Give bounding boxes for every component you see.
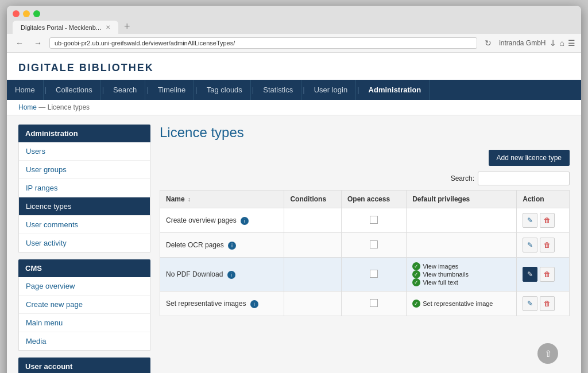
nav-statistics[interactable]: Statistics [255,80,301,100]
download-button[interactable]: ⇓ [550,38,556,48]
search-label: Search: [451,174,474,182]
sidebar-item-media[interactable]: Media [19,332,150,350]
action-buttons: ✎ 🗑 [523,267,563,282]
info-icon[interactable]: i [227,271,235,279]
nav-tagclouds[interactable]: Tag clouds [199,80,251,100]
nav-sep-1: | [45,86,47,94]
col-action: Action [517,191,570,208]
checkbox-openaccess[interactable] [370,299,378,307]
edit-button[interactable]: ✎ [523,267,537,282]
main-layout: Administration Users User groups IP rang… [7,115,581,373]
cell-openaccess [342,233,407,258]
checkbox-openaccess[interactable] [370,270,378,278]
browser-tab[interactable]: Digitales Portal - Mecklenb... ✕ [13,21,118,34]
breadcrumb-current: Licence types [48,103,90,111]
edit-button[interactable]: ✎ [523,238,537,252]
privilege-label: View images [423,263,458,270]
nav-sep-6: | [303,86,304,94]
table-row: Delete OCR pages i ✎ 🗑 [160,233,570,258]
delete-button[interactable]: 🗑 [540,296,555,311]
sidebar-cms-items: Page overview Create new page Main menu … [18,277,150,351]
address-input[interactable] [49,37,477,49]
data-table: Name ↕ Conditions Open access Default pr… [160,190,570,316]
check-circle-icon: ✓ [412,270,420,278]
back-button[interactable]: ← [13,37,26,49]
browser-tabs: Digitales Portal - Mecklenb... ✕ + [13,21,575,34]
edit-button[interactable]: ✎ [523,213,537,228]
add-new-licence-type-button[interactable]: Add new licence type [489,150,570,166]
nav-timeline[interactable]: Timeline [150,80,195,100]
site-logo: DIGITALE BIBLIOTHEK [18,62,570,80]
cell-name: No PDF Download i [160,258,284,292]
sidebar-item-ipranges[interactable]: IP ranges [19,179,150,197]
sidebar-item-usercomments[interactable]: User comments [19,216,150,234]
nav-administration[interactable]: Administration [361,80,430,100]
nav-sep-5: | [252,86,254,94]
sidebar-useraccount-header: User account [18,358,150,373]
nav-sep-4: | [195,86,197,94]
nav-sep-2: | [102,86,104,94]
info-icon[interactable]: i [228,242,236,250]
col-conditions: Conditions [284,191,342,208]
cell-conditions [284,208,342,233]
cell-openaccess [342,208,407,233]
nav-home[interactable]: Home [7,80,44,100]
checkbox-openaccess[interactable] [370,216,378,224]
sidebar-item-usergroups[interactable]: User groups [19,161,150,179]
privilege-label: View full text [423,279,458,286]
action-buttons: ✎ 🗑 [523,238,563,252]
cell-conditions [284,233,342,258]
browser-controls [13,10,575,17]
breadcrumb-home[interactable]: Home [18,103,37,111]
browser-titlebar: Digitales Portal - Mecklenb... ✕ + [7,6,581,34]
search-input[interactable] [478,172,570,185]
sidebar-cms-header: CMS [18,259,150,277]
info-icon[interactable]: i [250,300,258,308]
action-buttons: ✎ 🗑 [523,213,563,228]
checkbox-openaccess[interactable] [370,240,378,248]
sidebar-admin-items: Users User groups IP ranges Licence type… [18,142,150,252]
edit-button[interactable]: ✎ [523,296,537,311]
menu-button[interactable]: ☰ [568,38,575,48]
table-header-row: Name ↕ Conditions Open access Default pr… [160,191,570,208]
maximize-dot[interactable] [33,10,40,17]
tab-close-icon[interactable]: ✕ [106,24,110,30]
new-tab-button[interactable]: + [121,21,134,33]
sidebar-item-pageoverview[interactable]: Page overview [19,277,150,296]
table-row: No PDF Download i ✓ View images [160,258,570,292]
sidebar-item-useractivity[interactable]: User activity [19,234,150,252]
minimize-dot[interactable] [23,10,30,17]
sidebar-item-createnewpage[interactable]: Create new page [19,296,150,314]
sidebar-item-users[interactable]: Users [19,142,150,161]
home-nav-button[interactable]: ⌂ [560,38,564,48]
page-title: Licence types [160,125,570,141]
delete-button[interactable]: 🗑 [540,213,555,228]
reload-button[interactable]: ↻ [482,37,494,49]
back-to-top-button[interactable]: ⇧ [537,343,558,364]
privilege-item: ✓ View full text [412,278,510,286]
col-defaultprivileges: Default privileges [407,191,517,208]
browser-action-buttons: intranda GmbH ⇓ ⌂ ☰ [499,38,575,48]
cell-name: Set representative images i [160,292,284,316]
table-row: Create overview pages i ✎ [160,208,570,233]
tab-title: Digitales Portal - Mecklenb... [21,24,101,31]
sort-icon-name[interactable]: ↕ [188,196,191,203]
toolbar-row: Add new licence type [160,150,570,166]
sidebar-item-licencetypes[interactable]: Licence types [19,197,150,216]
delete-button[interactable]: 🗑 [540,267,555,282]
sidebar-admin-header: Administration [18,125,150,142]
sidebar-item-mainmenu[interactable]: Main menu [19,314,150,332]
forward-button[interactable]: → [31,37,45,49]
info-icon[interactable]: i [241,217,249,225]
cell-openaccess [342,292,407,316]
breadcrumb-separator: — [38,103,47,111]
nav-collections[interactable]: Collections [48,80,101,100]
cell-privileges: ✓ View images ✓ View thumbnails ✓ View f… [407,258,517,292]
check-circle-icon: ✓ [412,300,420,308]
nav-search[interactable]: Search [105,80,145,100]
close-dot[interactable] [13,10,20,17]
nav-userlogin[interactable]: User login [306,80,357,100]
page-content: DIGITALE BIBLIOTHEK Home | Collections |… [7,53,581,373]
delete-button[interactable]: 🗑 [540,238,555,252]
col-openaccess: Open access [342,191,407,208]
